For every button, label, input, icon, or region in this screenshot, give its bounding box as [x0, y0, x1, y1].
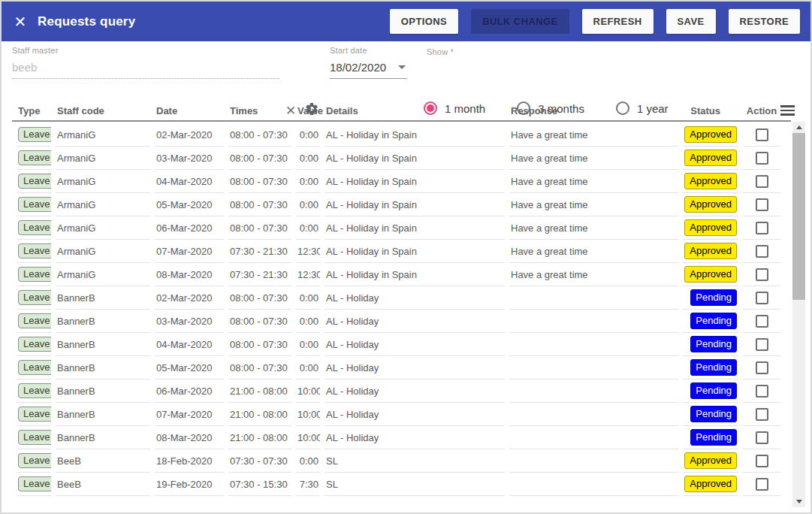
- row-checkbox[interactable]: [756, 455, 768, 467]
- cell-action: [743, 216, 780, 240]
- staff-master-input[interactable]: [12, 55, 279, 79]
- cell-details: AL - Holiday: [324, 403, 505, 426]
- cell-response: Have a great time: [509, 123, 678, 147]
- status-badge: Pending: [690, 313, 737, 329]
- row-checkbox[interactable]: [756, 315, 768, 328]
- cell-type: Leave: [17, 240, 51, 263]
- cell-date: 19-Feb-2020: [155, 473, 224, 496]
- cell-times: 08:00 - 07:30: [228, 286, 291, 310]
- cell-details: AL - Holiday in Spain: [324, 123, 505, 147]
- cell-details: AL - Holiday: [324, 310, 505, 333]
- cell-type: Leave: [17, 356, 51, 379]
- row-checkbox[interactable]: [756, 361, 768, 374]
- cell-details: AL - Holiday in Spain: [324, 147, 505, 170]
- cell-staff-code: BannerB: [56, 426, 150, 449]
- type-badge: Leave: [18, 290, 51, 305]
- cell-action: [743, 379, 780, 403]
- cell-type: Leave: [17, 263, 51, 286]
- row-checkbox[interactable]: [756, 128, 768, 141]
- refresh-button[interactable]: REFRESH: [582, 9, 654, 34]
- cell-staff-code: BannerB: [56, 310, 150, 333]
- cell-type: Leave: [17, 123, 51, 147]
- row-checkbox[interactable]: [756, 292, 768, 304]
- table-row: LeaveBeeB19-Feb-202007:30 - 15:307:30SLA…: [17, 473, 780, 496]
- cell-status: Approved: [683, 216, 738, 240]
- cell-details: AL - Holiday in Spain: [324, 240, 505, 263]
- cell-date: 02-Mar-2020: [155, 123, 224, 147]
- row-checkbox[interactable]: [756, 198, 768, 211]
- cell-details: AL - Holiday: [324, 356, 505, 379]
- options-button[interactable]: OPTIONS: [390, 9, 458, 34]
- row-checkbox[interactable]: [756, 338, 768, 351]
- status-badge: Approved: [684, 126, 737, 143]
- status-badge: Pending: [690, 382, 737, 399]
- type-badge: Leave: [18, 150, 51, 165]
- type-badge: Leave: [18, 430, 51, 445]
- cell-type: Leave: [17, 147, 51, 170]
- cell-action: [743, 473, 780, 496]
- cell-details: AL - Holiday: [324, 426, 505, 449]
- vertical-scrollbar[interactable]: [792, 122, 805, 507]
- table-row: LeaveBannerB08-Mar-202021:00 - 08:0010:0…: [17, 426, 780, 449]
- cell-response: Have a great time: [509, 147, 678, 170]
- cell-action: [743, 286, 780, 310]
- close-icon[interactable]: ✕: [9, 14, 32, 29]
- cell-value: 10:00: [296, 379, 320, 403]
- cell-response: [509, 356, 678, 379]
- type-badge: Leave: [18, 453, 51, 468]
- status-badge: Pending: [690, 406, 737, 422]
- cell-date: 03-Mar-2020: [155, 310, 224, 333]
- row-checkbox[interactable]: [756, 478, 768, 491]
- scroll-up-icon[interactable]: [792, 122, 805, 133]
- cell-times: 21:00 - 08:00: [228, 403, 291, 426]
- save-button[interactable]: SAVE: [666, 9, 716, 34]
- cell-type: Leave: [17, 426, 51, 449]
- cell-staff-code: BeeB: [56, 449, 150, 473]
- row-checkbox[interactable]: [756, 175, 768, 188]
- type-badge: Leave: [18, 267, 51, 282]
- cell-response: Have a great time: [509, 263, 678, 286]
- row-checkbox[interactable]: [756, 268, 768, 281]
- cell-staff-code: ArmaniG: [56, 240, 150, 263]
- table-row: LeaveArmaniG06-Mar-202008:00 - 07:300:00…: [17, 216, 780, 240]
- scroll-down-icon[interactable]: [792, 496, 805, 507]
- cell-date: 08-Mar-2020: [155, 426, 224, 449]
- start-date-value: 18/02/2020: [330, 61, 386, 74]
- cell-value: 0:00: [296, 356, 320, 379]
- type-badge: Leave: [18, 220, 51, 235]
- cell-action: [743, 426, 780, 449]
- cell-date: 03-Mar-2020: [155, 147, 224, 170]
- cell-action: [743, 333, 780, 356]
- cell-response: [509, 473, 678, 496]
- restore-button[interactable]: RESTORE: [729, 9, 800, 34]
- cell-type: Leave: [17, 286, 51, 310]
- scrollbar-thumb[interactable]: [792, 133, 805, 300]
- start-date-field[interactable]: Start date 18/02/2020: [330, 46, 407, 79]
- cell-date: 07-Mar-2020: [155, 240, 224, 263]
- show-label: Show *: [427, 47, 454, 56]
- table-row: LeaveBannerB07-Mar-202021:00 - 08:0010:0…: [17, 403, 780, 426]
- cell-times: 07:30 - 07:30: [228, 449, 291, 473]
- status-badge: Approved: [684, 266, 737, 283]
- row-checkbox[interactable]: [756, 408, 768, 421]
- cell-type: Leave: [17, 193, 51, 216]
- cell-details: AL - Holiday: [324, 286, 505, 310]
- row-checkbox[interactable]: [756, 431, 768, 444]
- cell-times: 07:30 - 15:30: [228, 473, 291, 496]
- cell-date: 05-Mar-2020: [155, 356, 224, 379]
- cell-response: [509, 286, 678, 310]
- cell-type: Leave: [17, 379, 51, 403]
- cell-status: Approved: [683, 263, 738, 286]
- cell-response: [509, 379, 678, 403]
- cell-date: 08-Mar-2020: [155, 263, 224, 286]
- row-checkbox[interactable]: [756, 385, 768, 398]
- table-row: LeaveArmaniG02-Mar-202008:00 - 07:300:00…: [17, 123, 780, 147]
- caret-down-icon[interactable]: [398, 65, 406, 69]
- row-checkbox[interactable]: [756, 152, 768, 165]
- cell-type: Leave: [17, 473, 51, 496]
- row-checkbox[interactable]: [756, 245, 768, 258]
- cell-staff-code: ArmaniG: [56, 263, 150, 286]
- row-checkbox[interactable]: [756, 222, 768, 234]
- status-badge: Approved: [684, 243, 737, 259]
- cell-times: 08:00 - 07:30: [228, 147, 291, 170]
